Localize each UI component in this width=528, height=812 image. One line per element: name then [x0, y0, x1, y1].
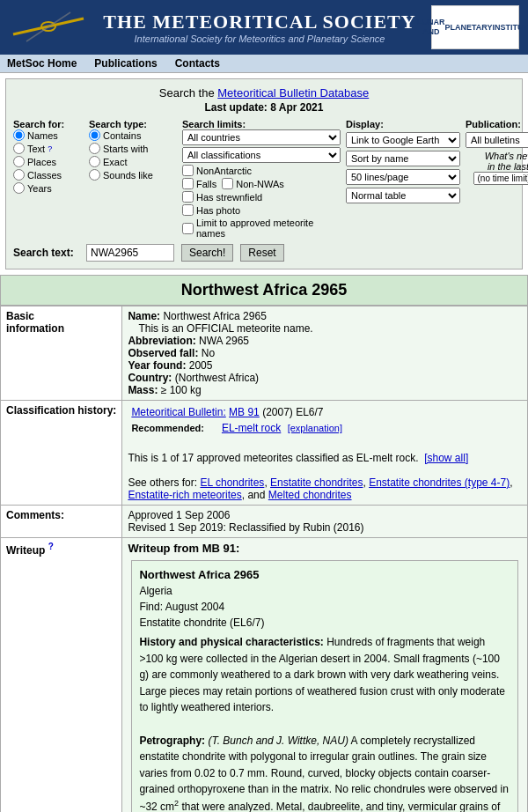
writeup-from: Writeup from MB 91:	[128, 542, 522, 555]
year-found-value: 2005	[189, 359, 213, 372]
observed-fall-value: No	[202, 347, 215, 359]
meteorite-title: Northwest Africa 2965	[0, 275, 528, 306]
publication-label: Publication:	[466, 119, 528, 129]
checkbox-limit-approved[interactable]: Limit to approved meteorite names	[182, 218, 341, 239]
checkbox-falls[interactable]: Falls	[182, 178, 216, 189]
recommended-label: Recommended:	[131, 423, 204, 433]
site-header: THE METEORITICAL SOCIETY International S…	[0, 0, 528, 55]
el-melt-rock-link[interactable]: EL-melt rock	[222, 422, 281, 434]
explanation-link[interactable]: [explanation]	[288, 423, 342, 433]
melted-chondrites-link[interactable]: Melted chondrites	[268, 489, 352, 501]
search-text-input[interactable]	[86, 244, 174, 262]
radio-text[interactable]: Text ?	[13, 143, 84, 154]
nav-contacts[interactable]: Contacts	[175, 57, 220, 70]
writeup-meta: Algeria Find: August 2004 Enstatite chon…	[139, 583, 510, 631]
site-title-block: THE METEORITICAL SOCIETY International S…	[97, 11, 422, 44]
country-label: Country:	[128, 372, 172, 384]
radio-places[interactable]: Places	[13, 156, 84, 167]
basic-info-label: Basicinformation	[1, 306, 122, 401]
comments-label: Comments:	[1, 506, 122, 538]
reset-button[interactable]: Reset	[240, 244, 283, 262]
comment1: Approved 1 Sep 2006	[128, 509, 230, 521]
last-update: Last update: 8 Apr 2021	[13, 101, 515, 114]
countries-select[interactable]: All countries	[182, 129, 341, 145]
nav-metsoc-home[interactable]: MetSoc Home	[7, 57, 77, 70]
time-limit-select[interactable]: (no time limit)	[473, 172, 529, 185]
bulletin-label-cell: Meteoritical Bulletin: MB 91 (2007) EL6/…	[128, 404, 522, 420]
search-limits-col: Search limits: All countries All classif…	[182, 119, 341, 239]
count-text: This is 1 of 17 approved meteorites clas…	[128, 452, 418, 464]
nav-publications[interactable]: Publications	[94, 57, 157, 70]
search-for-label: Search for:	[13, 119, 84, 129]
others-label: See others for:	[128, 476, 197, 489]
comments-content: Approved 1 Sep 2006 Revised 1 Sep 2019: …	[122, 506, 528, 538]
radio-exact[interactable]: Exact	[89, 156, 177, 167]
search-type-col: Search type: Contains Starts with Exact …	[89, 119, 177, 181]
basic-info-content: Name: Northwest Africa 2965 This is an O…	[122, 306, 528, 401]
checkbox-nonantarctic[interactable]: NonAntarctic	[182, 165, 341, 176]
lpi-line2: PLANETARY	[445, 23, 493, 33]
radio-sounds-like[interactable]: Sounds like	[89, 169, 177, 181]
writeup-footnote-link[interactable]: ?	[48, 542, 54, 551]
link-google-earth-select[interactable]: Link to Google Earth	[346, 132, 460, 148]
enstatite-rich-link[interactable]: Enstatite-rich meteorites	[128, 489, 241, 501]
petrography-label: Petrography:	[139, 734, 205, 747]
abbreviation-label: Abbreviation:	[128, 335, 195, 347]
search-text-row: Search text: Search! Reset	[13, 244, 515, 262]
lines-per-page-select[interactable]: 50 lines/page	[346, 169, 460, 185]
abbreviation-value: NWA 2965	[199, 335, 249, 347]
bulletin-class: EL6/7	[296, 406, 323, 418]
basic-info-row: Basicinformation Name: Northwest Africa …	[1, 306, 528, 401]
radio-classes[interactable]: Classes	[13, 169, 84, 181]
table-type-select[interactable]: Normal table	[346, 188, 460, 203]
writeup-label: Writeup ?	[1, 538, 122, 813]
enstatite-type47-link[interactable]: Enstatite chondrites (type 4-7)	[369, 476, 510, 489]
mass-label: Mass:	[128, 384, 158, 396]
meteorite-info-table: Basicinformation Name: Northwest Africa …	[0, 306, 528, 812]
checkbox-has-strewnfield[interactable]: Has strewnfield	[182, 191, 341, 203]
display-col: Display: Link to Google Earth Sort by na…	[346, 119, 460, 203]
search-button[interactable]: Search!	[181, 244, 233, 262]
enstatite-chondrites-link[interactable]: Enstatite chondrites	[270, 476, 363, 489]
search-text-label: Search text:	[13, 247, 79, 259]
lpi-line1: LUNAR AND	[417, 18, 445, 37]
radio-contains[interactable]: Contains	[89, 129, 177, 141]
mass-symbol: ≥	[161, 384, 167, 396]
radio-years[interactable]: Years	[13, 182, 84, 194]
classification-label: Classification history:	[1, 401, 122, 506]
radio-starts-with[interactable]: Starts with	[89, 143, 177, 154]
bulletin-link[interactable]: MB 91	[229, 406, 260, 418]
site-title: THE METEORITICAL SOCIETY	[97, 11, 422, 33]
classification-row: Classification history: Meteoritical Bul…	[1, 401, 528, 506]
sort-by-select[interactable]: Sort by name	[346, 151, 460, 166]
writeup-type: Enstatite chondrite (EL6/7)	[139, 616, 264, 629]
writeup-location: Algeria	[139, 585, 172, 597]
publication-col: Publication: All bulletins What's newin …	[466, 119, 528, 185]
radio-names[interactable]: Names	[13, 129, 84, 141]
search-form: Search the Meteoritical Bulletin Databas…	[5, 78, 523, 269]
society-logo-left	[9, 8, 88, 47]
classifications-select[interactable]: All classifications	[182, 147, 341, 163]
navbar: MetSoc Home Publications Contacts	[0, 55, 528, 73]
lpi-line3: INSTITUTE	[493, 23, 529, 33]
show-all-link[interactable]: [show all]	[424, 452, 468, 464]
search-limits-label: Search limits:	[182, 119, 341, 129]
checkbox-non-nwas[interactable]: Non-NWAs	[222, 178, 284, 189]
mass-value: 100 kg	[170, 384, 202, 396]
bulletin-label[interactable]: Meteoritical Bulletin:	[131, 406, 225, 418]
year-found-label: Year found:	[128, 359, 186, 372]
bulletin-year: (2007)	[262, 406, 293, 418]
writeup-row: Writeup ? Writeup from MB 91: Northwest …	[1, 538, 528, 813]
site-subtitle: International Society for Meteoritics an…	[97, 33, 422, 44]
checkbox-has-photo[interactable]: Has photo	[182, 204, 341, 216]
el-chondrites-link[interactable]: EL chondrites	[200, 476, 264, 489]
name-label: Name:	[128, 310, 160, 322]
lpi-logo: LUNAR AND PLANETARY INSTITUTE	[431, 5, 519, 49]
search-type-label: Search type:	[89, 119, 177, 129]
country-value: (Northwest Africa)	[175, 372, 259, 384]
whats-new: What's newin the last: (no time limit)	[466, 151, 528, 185]
bulletins-select[interactable]: All bulletins	[466, 132, 528, 148]
observed-fall-label: Observed fall:	[128, 347, 198, 359]
comment2: Revised 1 Sep 2019: Reclassified by Rubi…	[128, 521, 363, 534]
bulletin-db-link[interactable]: Meteoritical Bulletin Database	[217, 86, 369, 100]
